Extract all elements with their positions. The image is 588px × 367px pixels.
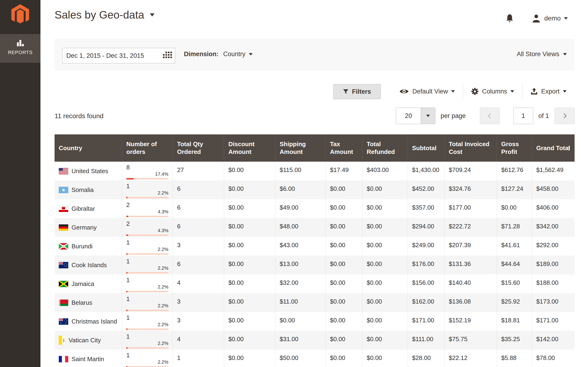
- columns-button[interactable]: Columns: [463, 88, 522, 95]
- gear-icon: [471, 88, 479, 95]
- grid-body: United States817.4%27$0.00$115.00$17.49$…: [55, 162, 575, 367]
- store-view-chevron-down-icon: [563, 53, 567, 55]
- orders-count: 1: [126, 183, 168, 190]
- cell-total-qty-ordered: 27: [173, 162, 224, 180]
- store-view-select[interactable]: All Store Views: [517, 39, 567, 70]
- next-page-button[interactable]: [555, 108, 575, 124]
- cell-gross-profit: $15.60: [497, 275, 532, 293]
- dimension-select[interactable]: Country: [223, 50, 253, 58]
- cell-number-of-orders: 12.2%: [122, 312, 173, 331]
- cell-subtotal: $249.00: [408, 237, 444, 256]
- orders-count: 1: [126, 258, 168, 265]
- orders-percent-label: 2.2%: [126, 341, 168, 346]
- cell-shipping-amount: $6.00: [275, 180, 326, 199]
- cell-gross-profit: $0.00: [497, 199, 532, 218]
- orders-percent-label: 4.3%: [126, 209, 168, 214]
- orders-percent-bar-fill: [126, 197, 128, 198]
- cell-discount-amount: $0.00: [224, 237, 275, 256]
- cell-discount-amount: $0.00: [224, 293, 275, 312]
- cell-number-of-orders: 817.4%: [122, 162, 173, 180]
- per-page-label: per page: [441, 112, 466, 120]
- cell-tax-amount: $0.00: [326, 312, 362, 331]
- orders-percent-label: 17.4%: [126, 172, 168, 177]
- column-header-label: Country: [59, 144, 82, 152]
- user-menu[interactable]: demo: [532, 14, 568, 23]
- cell-shipping-amount: $0.00: [275, 312, 326, 331]
- cell-total-qty-ordered: 3: [173, 293, 224, 312]
- cell-country: Christmas Island: [55, 312, 122, 331]
- calendar-icon[interactable]: [163, 51, 172, 59]
- cell-tax-amount: $0.00: [326, 237, 362, 256]
- grid-header-row: CountryNumber of ordersTotal Qty Ordered…: [55, 134, 575, 162]
- filters-button[interactable]: Filters: [333, 84, 381, 99]
- cell-tax-amount: $0.00: [326, 218, 362, 237]
- column-header-subtotal[interactable]: Subtotal: [408, 134, 444, 162]
- vatican-city-flag-icon: [59, 336, 65, 345]
- cell-total-invoiced-cost: $207.39: [444, 237, 497, 256]
- cell-subtotal: $357.00: [408, 199, 444, 218]
- orders-percent-label: 2.2%: [126, 359, 168, 365]
- orders-percent-bar: [126, 366, 168, 367]
- dimension-label: Dimension:: [184, 50, 218, 58]
- table-row-united-states: United States817.4%27$0.00$115.00$17.49$…: [55, 162, 575, 180]
- orders-percent-bar-fill: [126, 234, 128, 236]
- orders-percent-label: 2.2%: [126, 247, 168, 252]
- cell-shipping-amount: $11.00: [275, 293, 326, 312]
- column-header-label: Shipping Amount: [280, 140, 321, 156]
- cell-subtotal: $294.00: [408, 218, 444, 237]
- column-header-total-refunded[interactable]: Total Refunded: [362, 134, 408, 162]
- export-button[interactable]: Export: [522, 88, 575, 95]
- column-header-total-invoiced-cost[interactable]: Total Invoiced Cost: [444, 134, 497, 162]
- cell-grand-total: $458.00: [532, 180, 575, 199]
- orders-percent-bar: [126, 328, 168, 330]
- notifications-bell-icon[interactable]: [506, 14, 514, 23]
- cell-tax-amount: $17.49: [326, 162, 362, 180]
- cell-shipping-amount: $49.00: [275, 199, 326, 218]
- column-header-grand-total[interactable]: Grand Total↑: [532, 134, 575, 162]
- per-page-select[interactable]: 20: [396, 108, 435, 124]
- title-chevron-down-icon[interactable]: [150, 13, 155, 17]
- sidebar-item-reports[interactable]: REPORTS: [0, 34, 40, 63]
- page-title-wrap: Sales by Geo-data: [55, 8, 155, 21]
- current-page-input[interactable]: [513, 108, 533, 124]
- default-view-button[interactable]: Default View: [391, 88, 463, 95]
- cell-grand-total: $189.00: [532, 256, 575, 275]
- grid-view-controls: Default View: [391, 81, 575, 102]
- column-header-tax-amount[interactable]: Tax Amount: [326, 134, 362, 162]
- cell-number-of-orders: 12.2%: [122, 256, 173, 275]
- orders-percent-bar-fill: [126, 272, 128, 274]
- table-row-germany: Germany24.3%6$0.00$48.00$0.00$0.00$294.0…: [55, 218, 575, 237]
- country-name: Jamaica: [71, 280, 94, 288]
- cell-shipping-amount: $43.00: [275, 237, 326, 256]
- cell-discount-amount: $0.00: [224, 331, 275, 350]
- cell-total-qty-ordered: 6: [173, 180, 224, 199]
- column-header-discount-amount[interactable]: Discount Amount: [224, 134, 275, 162]
- cell-number-of-orders: 12.2%: [122, 237, 173, 256]
- date-range-input[interactable]: [62, 48, 175, 63]
- cell-subtotal: $1,430.00: [408, 162, 444, 180]
- cell-discount-amount: $0.00: [224, 180, 275, 199]
- cell-total-qty-ordered: 6: [173, 218, 224, 237]
- admin-sidebar: REPORTS: [0, 0, 40, 367]
- column-header-gross-profit[interactable]: Gross Profit: [497, 134, 532, 162]
- cell-total-invoiced-cost: $177.00: [444, 199, 497, 218]
- column-header-label: Total Refunded: [367, 140, 403, 156]
- export-label: Export: [541, 88, 560, 95]
- cell-discount-amount: $0.00: [224, 199, 275, 218]
- cell-shipping-amount: $115.00: [275, 162, 326, 180]
- column-header-total-qty-ordered[interactable]: Total Qty Ordered: [173, 134, 224, 162]
- column-header-country[interactable]: Country: [55, 134, 122, 162]
- magento-logo[interactable]: [11, 4, 29, 25]
- previous-page-button[interactable]: [480, 108, 500, 124]
- column-header-shipping-amount[interactable]: Shipping Amount: [275, 134, 326, 162]
- orders-percent-bar-fill: [126, 366, 128, 367]
- cell-total-qty-ordered: 6: [173, 199, 224, 218]
- cell-total-invoiced-cost: $75.75: [444, 331, 497, 350]
- cell-subtotal: $28.00: [408, 350, 444, 367]
- sidebar-item-label: REPORTS: [0, 50, 40, 55]
- cell-total-qty-ordered: 3: [173, 237, 224, 256]
- cell-country: Belarus: [55, 293, 122, 312]
- column-header-number-of-orders[interactable]: Number of orders: [122, 134, 173, 162]
- table-row-gibraltar: Gibraltar24.3%6$0.00$49.00$0.00$0.00$357…: [55, 199, 575, 218]
- cell-subtotal: $156.00: [408, 275, 444, 293]
